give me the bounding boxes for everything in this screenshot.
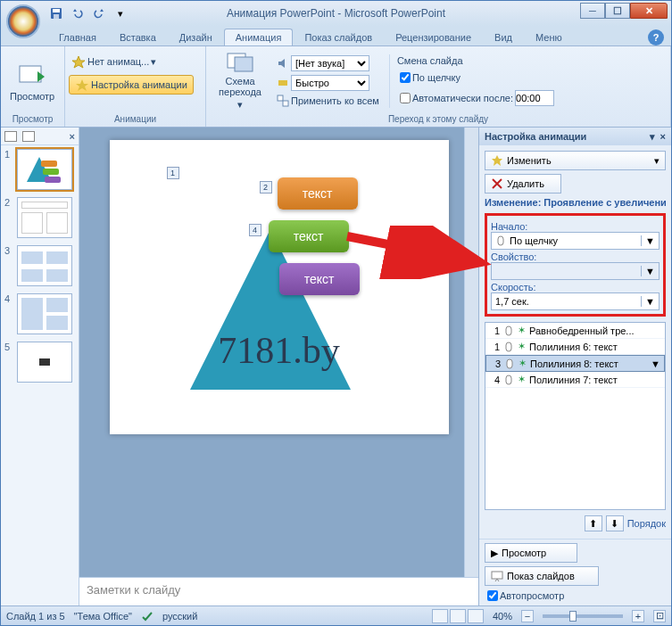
anim-item-1[interactable]: 1✶Равнобедренный тре... xyxy=(485,323,665,339)
shape-text-2[interactable]: текст xyxy=(269,220,349,252)
group-anim-label: Анимации xyxy=(69,113,202,125)
advance-time-input[interactable] xyxy=(515,90,554,106)
spellcheck-icon[interactable] xyxy=(141,610,153,622)
pane-slideshow-button[interactable]: Показ слайдов xyxy=(485,566,599,586)
item-dropdown-icon[interactable]: ▼ xyxy=(651,358,660,369)
zoom-in-button[interactable]: + xyxy=(632,610,644,622)
svg-rect-6 xyxy=(278,80,287,86)
tab-design[interactable]: Дизайн xyxy=(168,29,224,45)
animate-icon xyxy=(71,54,86,69)
transition-scheme-button[interactable]: Схема перехода▾ xyxy=(210,50,270,112)
outline-view-icon[interactable] xyxy=(22,131,35,142)
normal-view-icon[interactable] xyxy=(4,131,17,142)
thumb-5[interactable]: 5 xyxy=(1,338,79,386)
tab-review[interactable]: Рецензирование xyxy=(384,29,483,45)
tab-view[interactable]: Вид xyxy=(483,29,524,45)
status-bar: Слайд 1 из 5 "Тема Office" русский 40% −… xyxy=(1,605,671,625)
autopreview-checkbox[interactable]: Автопросмотр xyxy=(485,589,666,602)
tab-insert[interactable]: Вставка xyxy=(108,29,168,45)
reorder-down-button[interactable]: ⬇ xyxy=(606,515,624,531)
tab-animation[interactable]: Анимация xyxy=(224,29,294,45)
svg-rect-13 xyxy=(506,375,511,384)
thumb-4[interactable]: 4 xyxy=(1,290,79,338)
view-slideshow-button[interactable] xyxy=(468,609,484,623)
play-icon: ▶ xyxy=(491,548,498,559)
thumb-3[interactable]: 3 xyxy=(1,242,79,290)
pane-dropdown-icon[interactable]: ▾ xyxy=(650,131,655,143)
language[interactable]: русский xyxy=(162,611,197,622)
preview-button[interactable]: Просмотр xyxy=(4,50,60,112)
effect-icon: ✶ xyxy=(518,341,526,352)
custom-animation-button[interactable]: Настройка анимации xyxy=(69,75,194,95)
watermark: 7181.by xyxy=(218,329,340,372)
advance-auto-checkbox[interactable]: Автоматически после: xyxy=(397,89,557,107)
speed-dropdown[interactable]: Быстро xyxy=(274,74,382,92)
anim-item-4[interactable]: 4✶Полилиния 7: текст xyxy=(485,372,665,388)
theme-name: "Тема Office" xyxy=(74,611,132,622)
tab-menu[interactable]: Меню xyxy=(524,29,574,45)
remove-effect-button[interactable]: Удалить xyxy=(485,174,561,194)
pane-close-button[interactable]: × xyxy=(660,131,666,142)
start-dropdown[interactable]: По щелчку▼ xyxy=(491,232,660,250)
apply-all-button[interactable]: Применить ко всем xyxy=(274,94,382,108)
svg-rect-7 xyxy=(278,95,283,101)
speed-label: Скорость: xyxy=(491,282,660,292)
zoom-slider[interactable] xyxy=(543,614,623,618)
notes-pane[interactable]: Заметки к слайду xyxy=(79,577,478,605)
view-normal-button[interactable] xyxy=(432,609,448,623)
svg-rect-8 xyxy=(283,101,288,106)
tab-slideshow[interactable]: Показ слайдов xyxy=(293,29,384,45)
anim-badge-1[interactable]: 1 xyxy=(167,167,179,179)
redo-icon[interactable] xyxy=(90,5,108,21)
slide-canvas[interactable]: 1 2 4 3 текст текст текст 7181.by xyxy=(110,140,449,434)
anim-item-2[interactable]: 1✶Полилиния 6: текст xyxy=(485,339,665,355)
shape-text-3[interactable]: текст xyxy=(279,263,360,295)
apply-all-icon xyxy=(277,95,289,107)
sound-dropdown[interactable]: [Нет звука] xyxy=(274,54,382,72)
star-add-icon xyxy=(491,154,503,167)
thumbs-close-button[interactable]: × xyxy=(70,131,75,142)
slide-scrollbar-v[interactable] xyxy=(464,128,478,577)
mouse-icon xyxy=(503,325,514,336)
svg-rect-12 xyxy=(507,359,512,368)
help-button[interactable]: ? xyxy=(648,29,664,45)
pane-title: Настройка анимации xyxy=(485,131,586,142)
fit-button[interactable]: ⊡ xyxy=(653,610,666,622)
close-button[interactable]: ✕ xyxy=(630,3,668,19)
zoom-out-button[interactable]: − xyxy=(521,610,534,622)
pane-play-button[interactable]: ▶Просмотр xyxy=(485,543,577,563)
highlighted-settings: Начало: По щелчку▼ Свойство: ▼ Скорость:… xyxy=(485,213,666,317)
view-sorter-button[interactable] xyxy=(450,609,466,623)
qat-more-icon[interactable]: ▾ xyxy=(112,5,129,21)
change-section-title: Изменение: Проявление с увеличением xyxy=(485,197,666,208)
svg-rect-14 xyxy=(492,572,502,579)
minimize-button[interactable]: ─ xyxy=(580,3,605,19)
mouse-icon xyxy=(495,235,506,246)
mouse-icon xyxy=(503,342,514,352)
undo-icon[interactable] xyxy=(69,5,87,21)
tab-home[interactable]: Главная xyxy=(47,29,108,45)
no-animation-dropdown[interactable]: Нет анимац... ▾ xyxy=(69,54,159,70)
svg-rect-5 xyxy=(235,57,253,71)
office-button[interactable] xyxy=(6,4,40,38)
advance-click-checkbox[interactable]: По щелчку xyxy=(397,69,557,86)
anim-badge-2[interactable]: 2 xyxy=(260,181,272,194)
anim-item-3[interactable]: 3✶Полилиния 8: текст▼ xyxy=(485,355,665,372)
effect-icon: ✶ xyxy=(518,325,526,336)
reorder-up-button[interactable]: ⬆ xyxy=(585,515,602,531)
scheme-icon xyxy=(226,52,254,74)
thumb-2[interactable]: 2 xyxy=(1,194,79,242)
speed-dropdown-pane[interactable]: 1,7 сек.▼ xyxy=(491,292,660,310)
ribbon: Просмотр Просмотр Нет анимац... ▾ Настро… xyxy=(1,45,671,128)
speed-icon xyxy=(277,77,289,89)
maximize-button[interactable]: ☐ xyxy=(605,3,630,19)
custom-anim-icon xyxy=(75,78,89,92)
svg-rect-9 xyxy=(498,236,503,245)
thumb-1[interactable]: 1 xyxy=(1,145,79,194)
save-icon[interactable] xyxy=(47,5,65,21)
animation-list[interactable]: 1✶Равнобедренный тре... 1✶Полилиния 6: т… xyxy=(485,322,666,510)
ribbon-tabs: Главная Вставка Дизайн Анимация Показ сл… xyxy=(1,26,671,45)
shape-text-1[interactable]: текст xyxy=(278,177,358,210)
change-effect-button[interactable]: Изменить▾ xyxy=(485,151,666,170)
zoom-value[interactable]: 40% xyxy=(493,611,512,622)
